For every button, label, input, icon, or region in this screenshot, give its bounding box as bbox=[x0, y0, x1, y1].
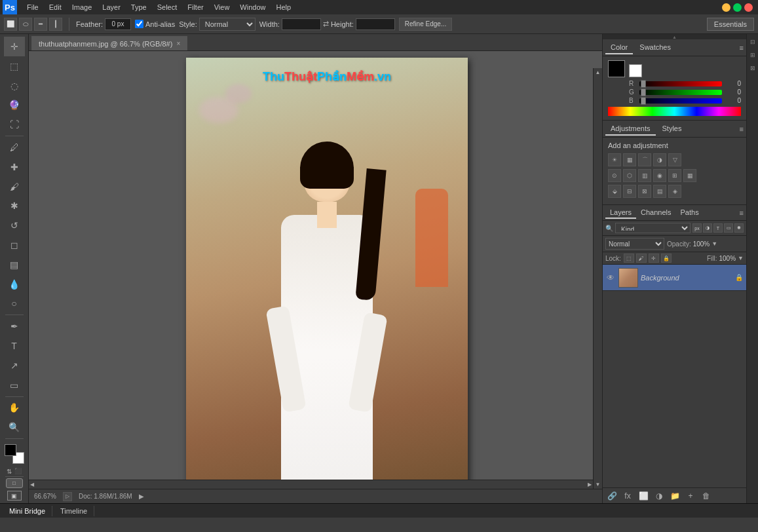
blend-mode-select[interactable]: Normal Dissolve Multiply Screen bbox=[605, 238, 664, 250]
menu-filter[interactable]: Filter bbox=[183, 2, 208, 12]
style-select[interactable]: Normal Fixed Ratio Fixed Size bbox=[199, 18, 256, 31]
timeline-tab[interactable]: Timeline bbox=[54, 506, 94, 516]
gradient-map-icon[interactable]: ▤ bbox=[653, 185, 666, 198]
color-foreground-swatch[interactable] bbox=[608, 60, 625, 77]
layer-group-button[interactable]: 📁 bbox=[668, 490, 681, 502]
lock-image-icon[interactable]: 🖌 bbox=[636, 254, 647, 263]
color-lookup-icon[interactable]: ▦ bbox=[683, 169, 696, 182]
feather-input[interactable] bbox=[105, 18, 131, 30]
maximize-button[interactable] bbox=[733, 3, 742, 12]
tab-close-button[interactable]: × bbox=[176, 40, 180, 47]
rect-select-tool[interactable]: ⬜ bbox=[4, 18, 17, 31]
side-icon-3[interactable]: ⊠ bbox=[748, 63, 758, 73]
lasso-tool[interactable]: ◌ bbox=[4, 76, 25, 96]
layer-link-button[interactable]: 🔗 bbox=[605, 490, 618, 502]
path-select-tool[interactable]: ↗ bbox=[4, 356, 25, 375]
row-select-tool[interactable]: ━ bbox=[34, 18, 47, 31]
smart-filter-icon[interactable]: ✺ bbox=[734, 223, 744, 233]
color-background-swatch[interactable] bbox=[629, 64, 642, 77]
adjustment-filter-icon[interactable]: ◑ bbox=[703, 223, 712, 233]
vertical-scrollbar[interactable]: ▲ ▼ bbox=[593, 68, 602, 489]
gradient-tool[interactable]: ▤ bbox=[4, 255, 25, 275]
default-colors-icon[interactable]: ⬛ bbox=[14, 468, 22, 475]
color-tab[interactable]: Color bbox=[605, 41, 633, 54]
layer-new-button[interactable]: + bbox=[684, 490, 697, 502]
swap-icon[interactable]: ⇄ bbox=[323, 20, 329, 28]
threshold-icon[interactable]: ⊠ bbox=[638, 185, 651, 198]
channels-tab[interactable]: Channels bbox=[636, 207, 675, 219]
black-white-icon[interactable]: ▥ bbox=[638, 169, 651, 182]
type-tool[interactable]: T bbox=[4, 336, 25, 356]
brightness-contrast-icon[interactable]: ☀ bbox=[608, 153, 621, 166]
pixel-filter-icon[interactable]: px bbox=[692, 223, 702, 233]
posterize-icon[interactable]: ⊟ bbox=[623, 185, 636, 198]
fg-bg-swatches[interactable] bbox=[5, 444, 24, 464]
shape-tool[interactable]: ▭ bbox=[4, 375, 25, 395]
mini-bridge-tab[interactable]: Mini Bridge bbox=[3, 506, 52, 516]
horizontal-scrollbar[interactable]: ◀ ▶ bbox=[29, 480, 593, 489]
history-brush-tool[interactable]: ↺ bbox=[4, 216, 25, 235]
scroll-down-arrow[interactable]: ▼ bbox=[596, 482, 601, 487]
col-select-tool[interactable]: ┃ bbox=[49, 18, 62, 31]
lock-transparent-icon[interactable]: ⬚ bbox=[624, 254, 634, 263]
fill-arrow[interactable]: ▼ bbox=[738, 255, 744, 261]
side-icon-1[interactable]: ⊟ bbox=[748, 37, 758, 47]
swatches-tab[interactable]: Swatches bbox=[634, 41, 676, 54]
photo-filter-icon[interactable]: ◉ bbox=[653, 169, 666, 182]
antialias-checkbox[interactable] bbox=[135, 20, 143, 28]
layer-mask-button[interactable]: ⬜ bbox=[637, 490, 650, 502]
refine-edge-button[interactable]: Refine Edge... bbox=[399, 18, 452, 31]
scroll-right-arrow[interactable]: ▶ bbox=[588, 482, 592, 487]
fill-value[interactable]: 100% bbox=[719, 255, 736, 262]
eraser-tool[interactable]: ◻ bbox=[4, 235, 25, 255]
hue-sat-icon[interactable]: ⊙ bbox=[608, 169, 621, 182]
lock-position-icon[interactable]: ✛ bbox=[649, 254, 659, 263]
status-icon[interactable]: ▷ bbox=[63, 492, 72, 501]
crop-tool[interactable]: ⛶ bbox=[4, 115, 25, 134]
adjustments-tab[interactable]: Adjustments bbox=[605, 123, 656, 136]
opacity-arrow[interactable]: ▼ bbox=[711, 240, 717, 247]
menu-select[interactable]: Select bbox=[153, 2, 182, 12]
channel-mixer-icon[interactable]: ⊞ bbox=[668, 169, 681, 182]
brush-tool[interactable]: 🖌 bbox=[4, 177, 25, 197]
swap-colors-icon[interactable]: ⇅ bbox=[7, 468, 12, 475]
scroll-up-arrow[interactable]: ▲ bbox=[596, 69, 601, 75]
ellipse-select-tool[interactable]: ⬭ bbox=[19, 18, 32, 31]
shape-filter-icon[interactable]: ▭ bbox=[724, 223, 733, 233]
green-slider[interactable] bbox=[639, 90, 722, 95]
menu-layer[interactable]: Layer bbox=[98, 2, 125, 12]
minimize-button[interactable] bbox=[722, 3, 730, 12]
width-input[interactable] bbox=[282, 18, 321, 30]
pen-tool[interactable]: ✒ bbox=[4, 316, 25, 336]
menu-file[interactable]: File bbox=[22, 2, 43, 12]
side-icon-2[interactable]: ⊞ bbox=[748, 50, 758, 60]
curves-icon[interactable]: ⌒ bbox=[638, 153, 651, 166]
layers-kind-select[interactable]: Kind bbox=[615, 223, 691, 233]
healing-brush-tool[interactable]: ✚ bbox=[4, 157, 25, 177]
layer-name[interactable]: Background bbox=[641, 274, 732, 282]
panel-collapse-handle[interactable]: ▲ bbox=[603, 34, 746, 39]
document-tab[interactable]: thuthuatphanmem.jpg @ 66.7% (RGB/8#) × bbox=[31, 36, 187, 50]
selective-color-icon[interactable]: ◈ bbox=[668, 185, 681, 198]
menu-edit[interactable]: Edit bbox=[45, 2, 66, 12]
red-slider[interactable] bbox=[639, 81, 722, 86]
clone-stamp-tool[interactable]: ✱ bbox=[4, 196, 25, 216]
quick-mask-button[interactable]: □ bbox=[6, 478, 23, 488]
levels-icon[interactable]: ▦ bbox=[623, 153, 636, 166]
canvas-scroll-area[interactable]: ThuThuậtPhầnMềm.vn ▲ ▼ ◀ ▶ bbox=[29, 51, 602, 489]
layer-delete-button[interactable]: 🗑 bbox=[700, 490, 713, 502]
color-panel-menu[interactable]: ≡ bbox=[740, 44, 744, 52]
layer-style-button[interactable]: fx bbox=[621, 490, 634, 502]
type-filter-icon[interactable]: T bbox=[713, 223, 723, 233]
eyedropper-tool[interactable]: 🖊 bbox=[4, 138, 25, 157]
menu-help[interactable]: Help bbox=[271, 2, 295, 12]
scroll-left-arrow[interactable]: ◀ bbox=[30, 482, 34, 487]
dodge-tool[interactable]: ○ bbox=[4, 294, 25, 314]
screen-mode-button[interactable]: ▣ bbox=[7, 491, 22, 501]
layers-tab[interactable]: Layers bbox=[605, 207, 636, 219]
layer-row-background[interactable]: 👁 Background 🔒 bbox=[603, 265, 746, 291]
layers-panel-menu[interactable]: ≡ bbox=[740, 209, 744, 217]
invert-icon[interactable]: ⬙ bbox=[608, 185, 621, 198]
marquee-tool[interactable]: ⬚ bbox=[4, 56, 25, 76]
blue-slider[interactable] bbox=[639, 98, 722, 104]
